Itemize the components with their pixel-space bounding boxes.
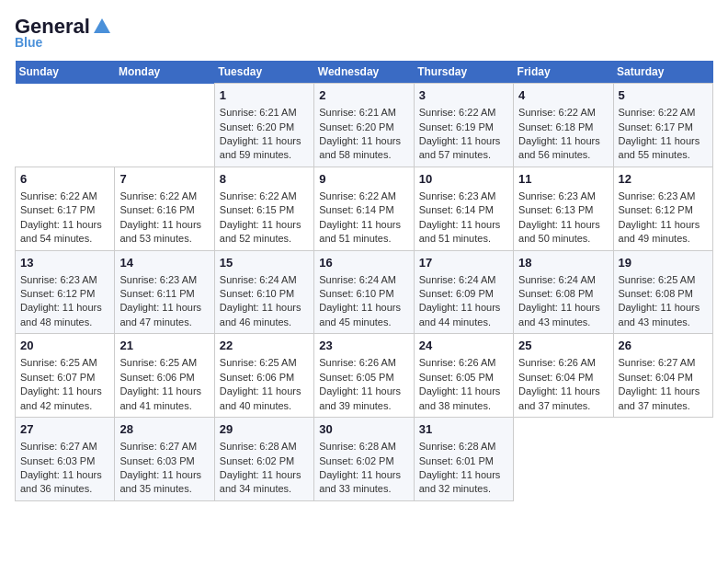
sunset-text: Sunset: 6:05 PM — [419, 371, 508, 385]
daylight-text: Daylight: 11 hours and 46 minutes. — [220, 301, 309, 329]
sunset-text: Sunset: 6:11 PM — [119, 287, 209, 301]
sunset-text: Sunset: 6:17 PM — [619, 121, 708, 134]
sunset-text: Sunset: 6:14 PM — [319, 203, 408, 217]
daylight-text: Daylight: 11 hours and 33 minutes. — [319, 468, 408, 497]
sunset-text: Sunset: 6:18 PM — [518, 121, 608, 134]
calendar-cell: 13Sunrise: 6:23 AMSunset: 6:12 PMDayligh… — [16, 250, 115, 334]
sunset-text: Sunset: 6:12 PM — [619, 203, 708, 217]
sunrise-text: Sunrise: 6:22 AM — [20, 190, 109, 203]
sunset-text: Sunset: 6:05 PM — [319, 371, 408, 385]
calendar-week-row: 1Sunrise: 6:21 AMSunset: 6:20 PMDaylight… — [16, 84, 713, 167]
day-number: 23 — [319, 338, 408, 354]
sunset-text: Sunset: 6:01 PM — [419, 454, 508, 468]
calendar-cell: 3Sunrise: 6:22 AMSunset: 6:19 PMDaylight… — [414, 84, 513, 167]
sunrise-text: Sunrise: 6:22 AM — [619, 106, 708, 120]
sunset-text: Sunset: 6:13 PM — [518, 203, 608, 217]
svg-marker-0 — [94, 18, 110, 33]
calendar-cell: 5Sunrise: 6:22 AMSunset: 6:17 PMDaylight… — [613, 84, 712, 167]
calendar-header-row: SundayMondayTuesdayWednesdayThursdayFrid… — [16, 61, 713, 84]
sunrise-text: Sunrise: 6:22 AM — [220, 190, 309, 203]
daylight-text: Daylight: 11 hours and 44 minutes. — [419, 301, 508, 329]
calendar-cell — [613, 418, 712, 501]
day-number: 8 — [220, 171, 309, 188]
sunset-text: Sunset: 6:10 PM — [220, 287, 309, 301]
calendar-table: SundayMondayTuesdayWednesdayThursdayFrid… — [15, 61, 713, 501]
day-number: 21 — [119, 338, 209, 354]
sunset-text: Sunset: 6:09 PM — [419, 287, 508, 301]
sunset-text: Sunset: 6:16 PM — [119, 203, 209, 217]
sunrise-text: Sunrise: 6:26 AM — [419, 356, 508, 370]
sunrise-text: Sunrise: 6:23 AM — [619, 190, 708, 203]
daylight-text: Daylight: 11 hours and 35 minutes. — [119, 468, 209, 497]
day-header-sunday: Sunday — [16, 61, 115, 84]
calendar-cell: 9Sunrise: 6:22 AMSunset: 6:14 PMDaylight… — [314, 167, 414, 250]
sunrise-text: Sunrise: 6:22 AM — [518, 106, 608, 120]
logo-icon — [92, 17, 112, 37]
sunset-text: Sunset: 6:15 PM — [220, 203, 309, 217]
sunrise-text: Sunrise: 6:21 AM — [220, 106, 309, 120]
sunrise-text: Sunrise: 6:22 AM — [119, 190, 209, 203]
calendar-cell: 15Sunrise: 6:24 AMSunset: 6:10 PMDayligh… — [214, 250, 313, 334]
calendar-cell: 1Sunrise: 6:21 AMSunset: 6:20 PMDaylight… — [214, 84, 313, 167]
sunrise-text: Sunrise: 6:25 AM — [119, 356, 209, 370]
day-number: 13 — [20, 255, 109, 271]
daylight-text: Daylight: 11 hours and 43 minutes. — [518, 301, 608, 329]
daylight-text: Daylight: 11 hours and 37 minutes. — [619, 385, 708, 413]
sunrise-text: Sunrise: 6:28 AM — [319, 440, 408, 454]
daylight-text: Daylight: 11 hours and 38 minutes. — [419, 385, 508, 413]
daylight-text: Daylight: 11 hours and 40 minutes. — [220, 385, 309, 413]
day-header-thursday: Thursday — [414, 61, 513, 84]
sunrise-text: Sunrise: 6:27 AM — [119, 440, 209, 454]
day-header-friday: Friday — [514, 61, 613, 84]
daylight-text: Daylight: 11 hours and 41 minutes. — [119, 385, 209, 413]
calendar-cell: 29Sunrise: 6:28 AMSunset: 6:02 PMDayligh… — [214, 418, 313, 501]
day-number: 22 — [220, 338, 309, 354]
sunset-text: Sunset: 6:17 PM — [20, 203, 109, 217]
sunrise-text: Sunrise: 6:26 AM — [319, 356, 408, 370]
calendar-cell: 20Sunrise: 6:25 AMSunset: 6:07 PMDayligh… — [16, 334, 115, 418]
calendar-cell: 7Sunrise: 6:22 AMSunset: 6:16 PMDaylight… — [115, 167, 214, 250]
calendar-week-row: 27Sunrise: 6:27 AMSunset: 6:03 PMDayligh… — [16, 418, 713, 501]
daylight-text: Daylight: 11 hours and 51 minutes. — [419, 218, 508, 247]
sunset-text: Sunset: 6:08 PM — [619, 287, 708, 301]
daylight-text: Daylight: 11 hours and 54 minutes. — [20, 218, 109, 247]
day-header-monday: Monday — [115, 61, 214, 84]
calendar-week-row: 20Sunrise: 6:25 AMSunset: 6:07 PMDayligh… — [16, 334, 713, 418]
sunrise-text: Sunrise: 6:23 AM — [419, 190, 508, 203]
sunrise-text: Sunrise: 6:28 AM — [419, 440, 508, 454]
day-number: 16 — [319, 255, 408, 271]
day-header-tuesday: Tuesday — [214, 61, 313, 84]
daylight-text: Daylight: 11 hours and 57 minutes. — [419, 134, 508, 163]
day-number: 27 — [20, 421, 109, 438]
calendar-cell: 27Sunrise: 6:27 AMSunset: 6:03 PMDayligh… — [16, 418, 115, 501]
daylight-text: Daylight: 11 hours and 53 minutes. — [119, 218, 209, 247]
day-number: 3 — [419, 87, 508, 104]
day-number: 2 — [319, 87, 408, 104]
sunrise-text: Sunrise: 6:24 AM — [419, 273, 508, 287]
logo-blue-text: Blue — [15, 35, 42, 50]
sunrise-text: Sunrise: 6:23 AM — [119, 273, 209, 287]
daylight-text: Daylight: 11 hours and 49 minutes. — [619, 218, 708, 247]
day-number: 26 — [619, 338, 708, 354]
day-number: 10 — [419, 171, 508, 188]
calendar-cell: 26Sunrise: 6:27 AMSunset: 6:04 PMDayligh… — [613, 334, 712, 418]
logo: General Blue — [15, 15, 112, 50]
day-number: 29 — [220, 421, 309, 438]
sunset-text: Sunset: 6:03 PM — [20, 454, 109, 468]
daylight-text: Daylight: 11 hours and 51 minutes. — [319, 218, 408, 247]
sunset-text: Sunset: 6:04 PM — [518, 371, 608, 385]
daylight-text: Daylight: 11 hours and 50 minutes. — [518, 218, 608, 247]
daylight-text: Daylight: 11 hours and 42 minutes. — [20, 385, 109, 413]
daylight-text: Daylight: 11 hours and 45 minutes. — [319, 301, 408, 329]
sunset-text: Sunset: 6:03 PM — [119, 454, 209, 468]
daylight-text: Daylight: 11 hours and 56 minutes. — [518, 134, 608, 163]
calendar-cell: 21Sunrise: 6:25 AMSunset: 6:06 PMDayligh… — [115, 334, 214, 418]
sunset-text: Sunset: 6:10 PM — [319, 287, 408, 301]
daylight-text: Daylight: 11 hours and 59 minutes. — [220, 134, 309, 163]
sunrise-text: Sunrise: 6:28 AM — [220, 440, 309, 454]
calendar-cell: 18Sunrise: 6:24 AMSunset: 6:08 PMDayligh… — [514, 250, 613, 334]
daylight-text: Daylight: 11 hours and 37 minutes. — [518, 385, 608, 413]
day-number: 5 — [619, 87, 708, 104]
sunset-text: Sunset: 6:04 PM — [619, 371, 708, 385]
calendar-cell: 10Sunrise: 6:23 AMSunset: 6:14 PMDayligh… — [414, 167, 513, 250]
